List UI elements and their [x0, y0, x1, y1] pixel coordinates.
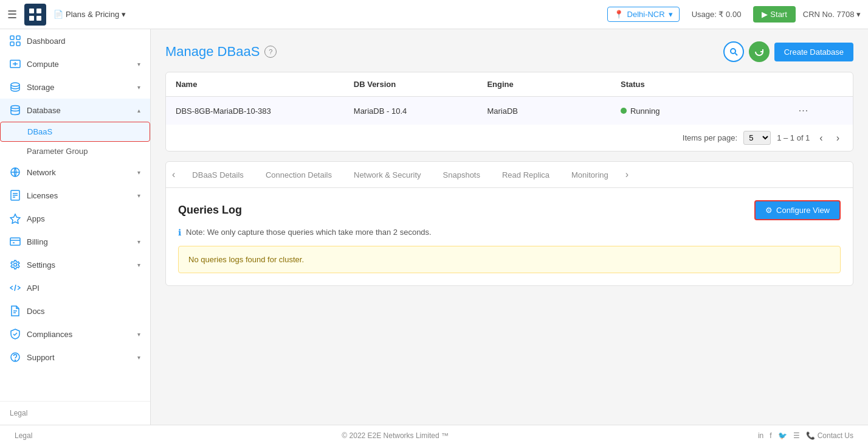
sidebar-item-api[interactable]: API	[0, 276, 150, 299]
support-label: Support	[27, 353, 131, 362]
settings-label: Settings	[27, 260, 131, 270]
page-header: Manage DBaaS ? Create Database	[165, 41, 853, 62]
page-title: Manage DBaaS ?	[165, 44, 277, 60]
sidebar-sub-parameter-group[interactable]: Parameter Group	[0, 142, 150, 161]
search-button[interactable]	[723, 41, 744, 62]
sidebar-footer: Legal	[0, 401, 150, 425]
compliances-chevron: ▾	[137, 331, 140, 338]
region-chevron: ▾	[669, 10, 673, 19]
main-layout: Dashboard Compute ▾ Storage ▾ Database ▴…	[0, 29, 868, 425]
doc-icon: 📄	[53, 10, 63, 19]
linkedin-icon[interactable]: in	[758, 431, 763, 440]
footer-social: in f 🐦 ☰ 📞 Contact Us	[758, 431, 853, 440]
svg-rect-7	[16, 42, 20, 46]
refresh-button[interactable]	[749, 41, 770, 62]
sidebar-item-docs[interactable]: Docs	[0, 299, 150, 322]
tab-connection-details[interactable]: Connection Details	[255, 163, 343, 187]
sidebar-item-network[interactable]: Network ▾	[0, 161, 150, 184]
plans-pricing-title[interactable]: 📄 Plans & Pricing ▾	[53, 10, 126, 19]
billing-chevron: ▾	[137, 239, 140, 245]
help-icon[interactable]: ?	[264, 46, 277, 58]
col-actions	[799, 80, 843, 89]
compute-chevron: ▾	[137, 61, 140, 68]
col-status: Status	[621, 80, 799, 89]
col-engine: Engine	[487, 80, 621, 89]
dbaas-table: Name DB Version Engine Status DBS-8GB-Ma…	[165, 72, 853, 152]
database-label: Database	[27, 106, 131, 115]
tab-monitoring[interactable]: Monitoring	[560, 163, 619, 187]
licenses-label: Licenses	[27, 191, 131, 200]
storage-chevron: ▾	[137, 84, 140, 91]
apps-icon	[10, 213, 21, 224]
app-logo	[24, 4, 46, 26]
api-label: API	[27, 284, 140, 293]
sidebar-item-billing[interactable]: Billing ▾	[0, 230, 150, 253]
network-icon	[10, 167, 21, 178]
contact-us-link[interactable]: 📞 Contact Us	[806, 431, 853, 440]
col-version: DB Version	[354, 80, 487, 89]
cell-status: Running	[621, 106, 799, 116]
sidebar-item-database[interactable]: Database ▴	[0, 99, 150, 122]
usage-display: Usage: ₹ 0.00	[692, 10, 742, 19]
sidebar-item-storage[interactable]: Storage ▾	[0, 75, 150, 99]
navbar: ☰ 📄 Plans & Pricing ▾ 📍 Delhi-NCR ▾ Usag…	[0, 0, 868, 29]
create-database-button[interactable]: Create Database	[774, 43, 853, 61]
tab-network-security[interactable]: Network & Security	[343, 163, 432, 187]
sidebar-item-support[interactable]: Support ▾	[0, 346, 150, 369]
sidebar-item-apps[interactable]: Apps	[0, 207, 150, 230]
svg-rect-1	[36, 9, 41, 13]
tab-dbaas-details[interactable]: DBaaS Details	[181, 163, 255, 187]
cell-more[interactable]: ···	[799, 105, 843, 116]
region-label: Delhi-NCR	[627, 10, 665, 19]
svg-point-26	[731, 49, 735, 54]
sidebar-sub-dbaas[interactable]: DBaaS	[0, 122, 150, 142]
docs-label: Docs	[27, 307, 140, 316]
sidebar-item-settings[interactable]: Settings ▾	[0, 253, 150, 276]
svg-line-27	[735, 54, 737, 56]
svg-point-12	[11, 106, 19, 109]
pagination-next-button[interactable]: ›	[833, 131, 843, 145]
billing-label: Billing	[27, 237, 131, 246]
footer-legal[interactable]: Legal	[15, 431, 32, 440]
sidebar-item-dashboard[interactable]: Dashboard	[0, 29, 150, 52]
compute-icon	[10, 58, 21, 69]
svg-rect-5	[16, 36, 20, 40]
sidebar-item-compute[interactable]: Compute ▾	[0, 52, 150, 75]
tab-read-replica[interactable]: Read Replica	[491, 163, 560, 187]
table-header: Name DB Version Engine Status	[166, 72, 853, 97]
sidebar-item-compliances[interactable]: Compliances ▾	[0, 322, 150, 346]
svg-rect-2	[29, 16, 34, 21]
tab-scroll-left[interactable]: ‹	[166, 162, 181, 187]
page-actions: Create Database	[723, 41, 853, 62]
detail-body: Queries Log ⚙ Configure View ℹ Note: We …	[166, 188, 853, 285]
billing-icon	[10, 236, 21, 247]
table-row: DBS-8GB-MariaDB-10-383 MariaDB - 10.4 Ma…	[166, 97, 853, 125]
status-indicator	[621, 108, 627, 114]
start-icon: ▶	[762, 10, 768, 19]
more-options-icon[interactable]: ···	[799, 105, 808, 116]
apps-label: Apps	[27, 214, 140, 223]
configure-view-button[interactable]: ⚙ Configure View	[754, 200, 841, 220]
start-button[interactable]: ▶ Start	[753, 6, 795, 23]
rss-icon[interactable]: ☰	[793, 431, 800, 440]
svg-rect-3	[36, 16, 41, 21]
detail-tabs: ‹ DBaaS Details Connection Details Netwo…	[166, 162, 853, 188]
docs-icon	[10, 305, 21, 316]
database-icon	[10, 105, 21, 116]
dashboard-label: Dashboard	[27, 37, 140, 46]
settings-chevron: ▾	[137, 262, 140, 268]
facebook-icon[interactable]: f	[770, 431, 771, 440]
items-per-page-select[interactable]: 5 10 25	[743, 131, 771, 145]
hamburger-icon[interactable]: ☰	[7, 8, 17, 21]
twitter-icon[interactable]: 🐦	[778, 431, 787, 440]
compute-label: Compute	[27, 60, 131, 69]
tab-scroll-right[interactable]: ›	[619, 162, 635, 187]
sidebar-item-licenses[interactable]: Licenses ▾	[0, 184, 150, 207]
dropdown-arrow: ▾	[122, 10, 126, 19]
pagination: Items per page: 5 10 25 1 – 1 of 1 ‹ ›	[166, 125, 853, 151]
svg-point-11	[11, 83, 19, 86]
phone-icon: 📞	[806, 431, 815, 440]
region-selector[interactable]: 📍 Delhi-NCR ▾	[607, 7, 680, 22]
tab-snapshots[interactable]: Snapshots	[432, 163, 491, 187]
pagination-prev-button[interactable]: ‹	[816, 131, 826, 145]
